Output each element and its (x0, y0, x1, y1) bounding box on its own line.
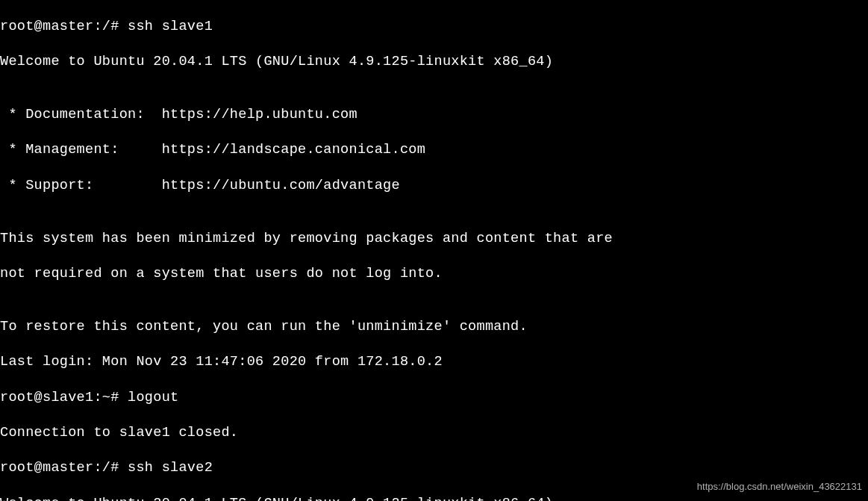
watermark-text: https://blog.csdn.net/weixin_43622131 (697, 481, 862, 494)
terminal-line: root@slave1:~# logout (0, 389, 868, 407)
terminal-line: * Documentation: https://help.ubuntu.com (0, 106, 868, 124)
terminal-output[interactable]: root@master:/# ssh slave1 Welcome to Ubu… (0, 0, 868, 501)
terminal-line: Last login: Mon Nov 23 11:47:06 2020 fro… (0, 353, 868, 371)
terminal-line: root@master:/# ssh slave2 (0, 459, 868, 477)
terminal-line: * Management: https://landscape.canonica… (0, 141, 868, 159)
terminal-line: To restore this content, you can run the… (0, 318, 868, 336)
terminal-line: Welcome to Ubuntu 20.04.1 LTS (GNU/Linux… (0, 495, 868, 501)
terminal-line: * Support: https://ubuntu.com/advantage (0, 177, 868, 195)
terminal-line: This system has been minimized by removi… (0, 230, 868, 248)
terminal-line: root@master:/# ssh slave1 (0, 18, 868, 36)
terminal-line: Connection to slave1 closed. (0, 424, 868, 442)
terminal-line: Welcome to Ubuntu 20.04.1 LTS (GNU/Linux… (0, 53, 868, 71)
terminal-line: not required on a system that users do n… (0, 265, 868, 283)
